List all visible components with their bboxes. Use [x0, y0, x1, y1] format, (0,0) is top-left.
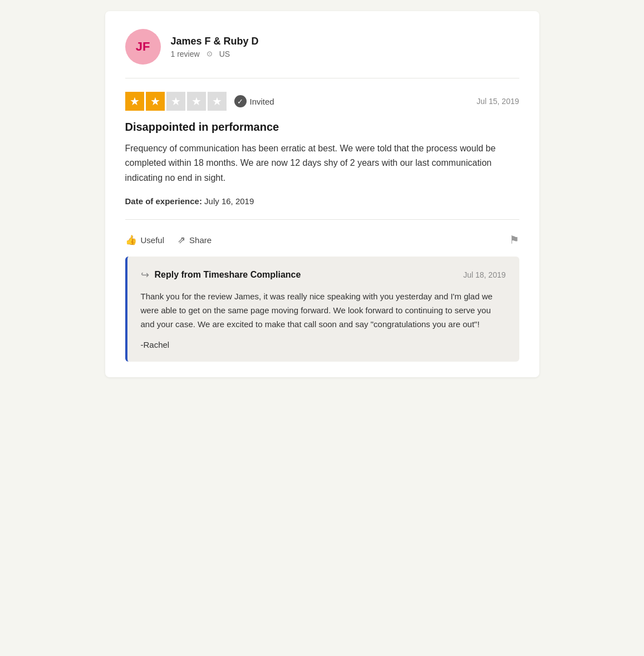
- actions-left: 👍 Useful ⇗ Share: [125, 234, 212, 246]
- flag-button[interactable]: ⚑: [509, 233, 519, 246]
- thumbs-up-icon: 👍: [125, 234, 137, 246]
- actions-row: 👍 Useful ⇗ Share ⚑: [125, 233, 519, 246]
- share-label: Share: [189, 235, 212, 245]
- share-icon: ⇗: [178, 234, 185, 246]
- flag-icon: ⚑: [509, 234, 519, 246]
- reviewer-header: JF James F & Ruby D 1 review ⊙ US: [125, 29, 519, 65]
- star-3: ★: [166, 92, 185, 111]
- date-of-experience-label: Date of experience:: [125, 196, 202, 206]
- reply-arrow-icon: ↪: [141, 269, 149, 281]
- invited-check-icon: ✓: [234, 95, 247, 107]
- review-card: JF James F & Ruby D 1 review ⊙ US ★★★★★ …: [105, 11, 539, 377]
- reply-body: Thank you for the review James, it was r…: [141, 290, 506, 331]
- reply-header: ↪ Reply from Timeshare Compliance Jul 18…: [141, 269, 506, 281]
- reviewer-name: James F & Ruby D: [171, 36, 259, 47]
- star-1: ★: [125, 92, 144, 111]
- reviewer-location: US: [219, 50, 230, 58]
- body-divider: [125, 219, 519, 220]
- header-divider: [125, 78, 519, 78]
- useful-button[interactable]: 👍 Useful: [125, 234, 165, 246]
- reply-box: ↪ Reply from Timeshare Compliance Jul 18…: [125, 257, 519, 362]
- useful-label: Useful: [141, 235, 165, 245]
- star-4: ★: [187, 92, 206, 111]
- reply-header-left: ↪ Reply from Timeshare Compliance: [141, 269, 301, 281]
- review-body: Frequency of communication has been erra…: [125, 141, 519, 185]
- avatar: JF: [125, 29, 161, 65]
- star-rating: ★★★★★: [125, 92, 227, 111]
- review-meta-row: ★★★★★ ✓ Invited Jul 15, 2019: [125, 92, 519, 111]
- review-count: 1 review: [171, 50, 200, 58]
- invited-label: Invited: [250, 97, 274, 106]
- reviewer-info: James F & Ruby D 1 review ⊙ US: [171, 36, 259, 58]
- review-title: Disappointed in performance: [125, 121, 519, 134]
- reply-signature: -Rachel: [141, 340, 506, 349]
- date-of-experience-value: July 16, 2019: [204, 196, 254, 206]
- date-of-experience: Date of experience: July 16, 2019: [125, 196, 519, 206]
- star-2: ★: [146, 92, 165, 111]
- share-button[interactable]: ⇗ Share: [178, 234, 212, 246]
- reply-from: Reply from Timeshare Compliance: [155, 270, 301, 280]
- reviewer-meta: 1 review ⊙ US: [171, 50, 259, 58]
- review-meta-left: ★★★★★ ✓ Invited: [125, 92, 274, 111]
- invited-badge: ✓ Invited: [234, 95, 274, 107]
- star-5: ★: [208, 92, 227, 111]
- location-icon: ⊙: [207, 50, 213, 58]
- review-date: Jul 15, 2019: [476, 97, 519, 106]
- reply-date: Jul 18, 2019: [463, 270, 505, 279]
